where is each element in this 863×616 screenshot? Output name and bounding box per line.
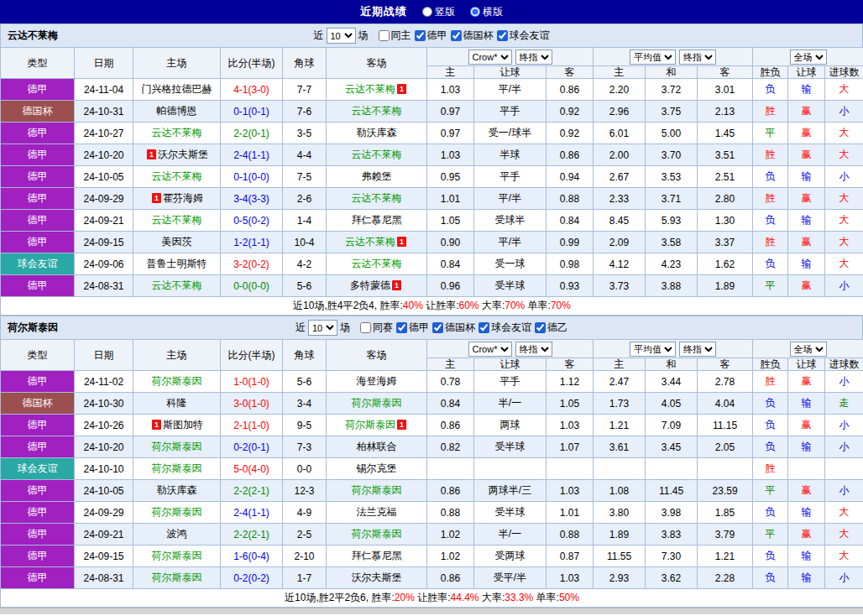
filter-checkbox-input[interactable] [451, 30, 462, 41]
filter-checkbox-input[interactable] [379, 30, 390, 41]
filter-checkbox-1-0[interactable]: 同赛 [359, 321, 393, 335]
team-name: 荷尔斯泰因 [152, 572, 202, 583]
avg-source-select-0[interactable]: 平均值 [630, 50, 676, 65]
score-cell: 2-2(2-1) [221, 524, 283, 546]
filter-checkbox-1-4[interactable]: 德乙 [534, 321, 567, 335]
filter-checkbox-label: 同主 [391, 29, 411, 43]
avg-source-select-0[interactable]: 平均值 [630, 342, 676, 357]
avg-draw-cell: 3.53 [646, 166, 698, 188]
result-wdl-cell: 负 [753, 436, 788, 458]
score-cell: 1-6(0-4) [221, 546, 283, 567]
filter-checkbox-input[interactable] [360, 322, 371, 333]
away-team-cell: 法兰克福 [327, 502, 427, 524]
fulltime-select-0[interactable]: 全场 [790, 342, 827, 357]
avg-draw-cell: 3.98 [646, 502, 698, 524]
result-goals-cell: 小 [825, 415, 863, 436]
away-team-cell: 云达不莱梅1 [327, 79, 427, 101]
result-handicap-cell: 输 [788, 79, 825, 101]
sub-col-header: 胜负 [753, 358, 788, 371]
corners-cell: 1-7 [283, 567, 327, 589]
odds-source-select-0[interactable]: Crow* [468, 50, 512, 65]
filter-checkbox-input[interactable] [535, 322, 546, 333]
match-row: 德甲24-09-29荷尔斯泰因2-4(1-1)4-9法兰克福0.88受半球1.0… [1, 502, 863, 524]
filter-checkbox-input[interactable] [415, 30, 426, 41]
avg-home-cell: 2.47 [594, 371, 646, 393]
filter-checkbox-0-3[interactable]: 球会友谊 [496, 29, 550, 43]
avg-draw-cell: 4.05 [646, 393, 698, 415]
summary-segment: 33.3% [505, 592, 533, 603]
date-cell: 24-10-20 [75, 436, 133, 458]
sub-col-header: 让球 [474, 358, 547, 371]
table-header-row: 类型日期主场比分(半场)角球客场Crow*终指平均值终指全场 [1, 48, 863, 66]
avg-source-select-1[interactable]: 终指 [679, 342, 716, 357]
score-cell: 0-2(0-2) [221, 567, 283, 589]
filter-checkbox-label: 德乙 [547, 321, 567, 335]
avg-away-cell: 1.89 [698, 275, 753, 297]
odds-source-select-1[interactable]: 终指 [515, 342, 552, 357]
horizontal-layout-radio[interactable] [470, 7, 480, 17]
filter-checkbox-label: 同赛 [373, 321, 393, 335]
corners-cell: 2-10 [283, 546, 327, 567]
filter-checkbox-input[interactable] [432, 322, 443, 333]
result-goals-cell: 大 [825, 524, 863, 546]
fulltime-select-0[interactable]: 全场 [790, 50, 827, 65]
result-goals-cell: 小 [825, 436, 863, 458]
avg-away-cell: 3.79 [698, 524, 753, 546]
date-cell: 24-10-20 [75, 144, 133, 166]
sub-col-header: 让球 [788, 66, 825, 79]
odds-away-cell: 0.93 [547, 275, 594, 297]
league-cell: 球会友谊 [1, 253, 75, 275]
matches-label: 场 [340, 321, 350, 335]
col-header: 日期 [75, 48, 133, 79]
avg-source-select-1[interactable]: 终指 [679, 50, 716, 65]
fulltime-header: 全场 [753, 48, 863, 66]
away-team-cell: 云达不莱梅 [327, 188, 427, 210]
sub-col-header: 客 [547, 358, 594, 371]
recent-count-select[interactable]: 10 [308, 320, 337, 336]
table-header-row: 类型日期主场比分(半场)角球客场Crow*终指平均值终指全场 [1, 340, 863, 358]
col-header: 客场 [327, 48, 427, 79]
home-team-cell: 美因茨 [133, 232, 221, 253]
team-name: 门兴格拉德巴赫 [142, 83, 212, 95]
vertical-layout-radio[interactable] [422, 7, 432, 17]
odds-source-select-1[interactable]: 终指 [515, 50, 552, 65]
result-goals-cell: 大 [825, 232, 863, 253]
layout-option-horizontal[interactable]: 横版 [470, 5, 503, 19]
odds-away-cell: 0.99 [547, 232, 594, 253]
avg-home-cell: 3.73 [594, 275, 646, 297]
odds-away-cell: 1.05 [547, 393, 594, 415]
odds-source-select-0[interactable]: Crow* [468, 342, 512, 357]
odds-away-cell [547, 458, 594, 480]
red-card-badge: 1 [152, 420, 161, 430]
match-row: 德甲24-10-261斯图加特2-1(1-0)9-5荷尔斯泰因10.86两球1.… [1, 415, 863, 436]
team-name: 拜仁慕尼黑 [352, 214, 402, 226]
summary-segment: 70% [505, 300, 525, 311]
result-handicap-cell: 输 [788, 393, 825, 415]
score-cell: 2-2(2-1) [221, 480, 283, 502]
avg-away-cell: 2.80 [698, 188, 753, 210]
filter-checkbox-0-0[interactable]: 同主 [378, 29, 411, 43]
layout-option-vertical[interactable]: 竖版 [422, 5, 455, 19]
team-name: 斯图加特 [163, 419, 203, 431]
filter-checkbox-0-1[interactable]: 德甲 [414, 29, 447, 43]
result-wdl-cell: 胜 [753, 144, 788, 166]
avg-away-cell: 3.37 [698, 232, 753, 253]
avg-home-cell: 2.67 [594, 166, 646, 188]
recent-count-select[interactable]: 10 [327, 28, 356, 44]
filter-checkbox-input[interactable] [479, 322, 489, 333]
filter-checkbox-1-3[interactable]: 球会友谊 [478, 321, 531, 335]
team-name: 云达不莱梅 [152, 214, 202, 226]
filter-checkbox-1-1[interactable]: 德甲 [395, 321, 429, 335]
match-row: 球会友谊24-10-10荷尔斯泰因5-0(4-0)0-0锡尔克堡胜 [1, 458, 863, 480]
filter-checkbox-input[interactable] [396, 322, 407, 333]
avg-draw-cell: 3.70 [646, 144, 698, 166]
result-handicap-cell: 赢 [788, 275, 825, 297]
filter-checkbox-input[interactable] [497, 30, 508, 41]
odds-away-cell: 0.87 [547, 546, 594, 567]
odds-home-cell: 1.02 [427, 546, 474, 567]
away-team-cell: 云达不莱梅 [327, 144, 427, 166]
filter-checkbox-1-2[interactable]: 德国杯 [432, 321, 475, 335]
date-cell: 24-09-21 [75, 210, 133, 232]
odds-handicap-cell: 受半球 [474, 275, 547, 297]
filter-checkbox-0-2[interactable]: 德国杯 [450, 29, 494, 43]
